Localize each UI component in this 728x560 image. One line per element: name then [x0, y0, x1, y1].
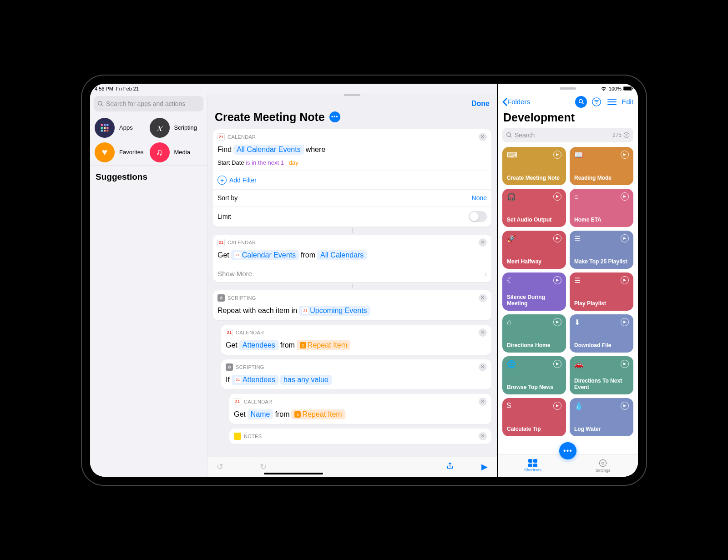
- home-indicator[interactable]: [264, 473, 323, 474]
- svg-rect-7: [106, 126, 108, 128]
- delete-action-button[interactable]: ✕: [479, 294, 487, 302]
- category-apps[interactable]: Apps: [95, 118, 148, 138]
- action-find-calendar-events[interactable]: 21 CALENDAR ✕ Find All Calendar Events w…: [213, 129, 491, 227]
- shortcut-tile[interactable]: ⬇▶Download File: [570, 314, 633, 353]
- redo-button[interactable]: ↻: [260, 462, 267, 472]
- filter-field[interactable]: Start Date: [217, 159, 244, 166]
- filter-operator[interactable]: is in the next: [246, 159, 279, 166]
- token-upcoming-events[interactable]: 21Upcoming Events: [299, 306, 370, 316]
- back-button[interactable]: Folders: [502, 98, 530, 106]
- shortcut-tile[interactable]: ☰▶Make Top 25 Playlist: [570, 231, 633, 269]
- filter-number[interactable]: 1: [281, 159, 284, 166]
- show-more-button[interactable]: Show More ›: [213, 265, 491, 282]
- share-button[interactable]: [446, 462, 454, 472]
- token-attendees[interactable]: 21Attendees: [232, 375, 278, 385]
- delete-action-button[interactable]: ✕: [479, 363, 487, 371]
- category-scripting[interactable]: 𝑥 Scripting: [150, 118, 203, 138]
- play-icon[interactable]: ▶: [621, 360, 629, 368]
- action-text: from: [275, 410, 289, 419]
- add-filter-button[interactable]: + Add Filter: [217, 176, 257, 185]
- shortcut-tile[interactable]: 📖▶Reading Mode: [570, 147, 633, 185]
- run-button[interactable]: ▶: [481, 462, 488, 472]
- tab-shortcuts[interactable]: Shortcuts: [498, 454, 568, 477]
- search-input[interactable]: Search for apps and actions: [94, 96, 203, 111]
- action-category: SCRIPTING: [228, 295, 256, 301]
- svg-rect-26: [528, 459, 532, 463]
- more-fab-button[interactable]: •••: [559, 442, 576, 459]
- shortcut-tile[interactable]: ☰▶Play Playlist: [570, 272, 633, 311]
- delete-action-button[interactable]: ✕: [479, 432, 487, 440]
- token-condition[interactable]: has any value: [280, 375, 332, 385]
- search-placeholder: Search for apps and actions: [106, 100, 185, 107]
- category-media[interactable]: ♫ Media: [150, 142, 203, 162]
- shortcut-tile[interactable]: ⌨▶Create Meeting Note: [502, 147, 566, 185]
- list-view-button[interactable]: [606, 96, 618, 108]
- limit-toggle[interactable]: [469, 211, 487, 222]
- shortcut-tile[interactable]: ⌂▶Directions Home: [502, 314, 566, 353]
- shortcut-tile[interactable]: 🎧▶Set Audio Output: [502, 189, 566, 227]
- action-category: NOTES: [244, 434, 262, 439]
- token-repeat-item[interactable]: xRepeat Item: [297, 340, 350, 350]
- action-category: CALENDAR: [244, 399, 272, 404]
- category-favorites[interactable]: ♥ Favorites: [95, 142, 148, 162]
- shortcut-tile[interactable]: $▶Calculate Tip: [502, 398, 566, 436]
- delete-action-button[interactable]: ✕: [479, 328, 487, 337]
- shortcut-tile[interactable]: 🚀▶Meet Halfway: [502, 231, 566, 269]
- shortcut-tile[interactable]: 💧▶Log Water: [570, 398, 633, 436]
- filter-icon: [592, 97, 602, 107]
- delete-action-button[interactable]: ✕: [479, 398, 487, 406]
- play-icon[interactable]: ▶: [553, 360, 561, 368]
- play-icon[interactable]: ▶: [621, 402, 629, 410]
- shortcut-tile[interactable]: ☾▶Silence During Meeting: [502, 272, 566, 311]
- token-name[interactable]: Name: [248, 409, 273, 419]
- play-icon[interactable]: ▶: [621, 318, 629, 326]
- tile-icon: 💧: [574, 402, 583, 410]
- shortcut-tile[interactable]: 🚗▶Directions To Next Event: [570, 356, 633, 394]
- play-icon[interactable]: ▶: [553, 151, 561, 159]
- delete-action-button[interactable]: ✕: [479, 238, 487, 247]
- token-all-calendars[interactable]: All Calendars: [317, 250, 367, 260]
- tile-label: Calculate Tip: [507, 426, 561, 432]
- shortcut-title[interactable]: Create Meeting Note: [215, 111, 325, 124]
- grabber-handle[interactable]: [560, 87, 576, 90]
- play-icon[interactable]: ▶: [553, 402, 561, 410]
- tile-label: Create Meeting Note: [507, 175, 561, 181]
- tile-icon: ☰: [574, 276, 581, 285]
- action-if[interactable]: ⚙ SCRIPTING ✕ If 21Attendees has any val…: [221, 359, 491, 389]
- play-icon[interactable]: ▶: [553, 192, 561, 201]
- more-button[interactable]: •••: [329, 111, 340, 122]
- play-icon[interactable]: ▶: [553, 234, 561, 242]
- token-attendees[interactable]: Attendees: [239, 340, 278, 350]
- token-repeat-item[interactable]: xRepeat Item: [291, 409, 345, 419]
- shortcut-tile[interactable]: 🌐▶Browse Top News: [502, 356, 566, 394]
- search-toggle-button[interactable]: [575, 96, 587, 108]
- action-get-attendees[interactable]: 21 CALENDAR ✕ Get Attendees from xRepeat…: [221, 325, 491, 355]
- connector: [352, 228, 353, 233]
- filter-button[interactable]: [591, 96, 602, 108]
- action-repeat-each[interactable]: ⚙ SCRIPTING ✕ Repeat with each item in 2…: [213, 290, 491, 320]
- action-get-calendar-events[interactable]: 21 CALENDAR ✕ Get 21Calendar Events from…: [213, 235, 491, 282]
- delete-action-button[interactable]: ✕: [479, 133, 487, 141]
- play-icon[interactable]: ▶: [621, 151, 629, 159]
- tab-settings[interactable]: Settings: [568, 454, 638, 477]
- done-button[interactable]: Done: [471, 100, 490, 108]
- action-get-name[interactable]: 21 CALENDAR ✕ Get Name from xRepeat Item: [229, 394, 491, 424]
- library-search-input[interactable]: Search 275: [502, 128, 633, 142]
- search-placeholder: Search: [515, 131, 535, 139]
- play-icon[interactable]: ▶: [621, 276, 629, 284]
- play-icon[interactable]: ▶: [621, 234, 629, 242]
- tile-label: Silence During Meeting: [507, 294, 561, 307]
- shortcut-tile[interactable]: ⌂▶Home ETA: [570, 189, 633, 227]
- play-icon[interactable]: ▶: [553, 276, 561, 284]
- action-notes[interactable]: NOTES ✕: [229, 429, 491, 444]
- play-icon[interactable]: ▶: [553, 318, 561, 326]
- sort-by-value[interactable]: None: [472, 194, 487, 202]
- action-sidebar: Search for apps and actions Apps 𝑥 Scrip…: [90, 94, 207, 477]
- token-calendar-events[interactable]: 21Calendar Events: [231, 250, 299, 260]
- undo-button[interactable]: ↺: [217, 462, 223, 472]
- filter-unit[interactable]: day: [289, 159, 298, 166]
- token-all-calendar-events[interactable]: All Calendar Events: [233, 145, 304, 155]
- play-icon[interactable]: ▶: [621, 192, 629, 201]
- edit-button[interactable]: Edit: [622, 98, 633, 106]
- tile-icon: 📖: [574, 151, 583, 159]
